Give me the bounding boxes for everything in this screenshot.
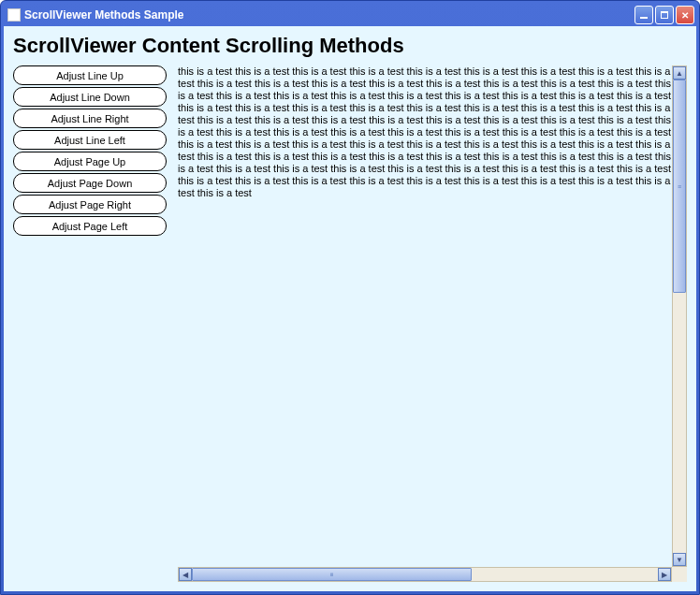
vertical-scroll-track[interactable] <box>673 80 686 553</box>
scroll-content: this is a test this is a test this is a … <box>178 65 672 567</box>
scroll-down-button[interactable]: ▼ <box>673 553 686 566</box>
scroll-corner <box>672 567 687 582</box>
horizontal-scroll-thumb[interactable] <box>192 568 472 581</box>
maximize-icon <box>661 11 668 19</box>
adjust-line-right-button[interactable]: Adjust Line Right <box>13 109 167 128</box>
minimize-icon <box>640 17 648 19</box>
titlebar[interactable]: ScrollViewer Methods Sample <box>4 4 696 26</box>
horizontal-scrollbar[interactable]: ◀ ▶ <box>178 567 672 582</box>
adjust-page-up-button[interactable]: Adjust Page Up <box>13 152 167 171</box>
maximize-button[interactable] <box>655 6 674 24</box>
adjust-line-left-button[interactable]: Adjust Line Left <box>13 130 167 150</box>
page-title: ScrollViewer Content Scrolling Methods <box>13 34 687 58</box>
adjust-page-right-button[interactable]: Adjust Page Right <box>13 195 167 214</box>
minimize-button[interactable] <box>634 6 653 24</box>
scroll-left-button[interactable]: ◀ <box>179 568 192 581</box>
window-title: ScrollViewer Methods Sample <box>24 8 634 22</box>
window: ScrollViewer Methods Sample ScrollViewer… <box>0 0 700 595</box>
scroll-viewer: this is a test this is a test this is a … <box>178 65 687 582</box>
horizontal-scroll-track[interactable] <box>192 568 658 581</box>
adjust-page-left-button[interactable]: Adjust Page Left <box>13 216 167 236</box>
app-icon <box>7 8 21 22</box>
scroll-right-button[interactable]: ▶ <box>658 568 671 581</box>
button-panel: Adjust Line Up Adjust Line Down Adjust L… <box>13 65 167 582</box>
content-row: Adjust Line Up Adjust Line Down Adjust L… <box>13 65 687 582</box>
scroll-up-button[interactable]: ▲ <box>673 66 686 80</box>
client-area: ScrollViewer Content Scrolling Methods A… <box>4 26 696 591</box>
vertical-scrollbar[interactable]: ▲ ▼ <box>672 65 687 567</box>
vertical-scroll-thumb[interactable] <box>673 80 686 293</box>
adjust-line-down-button[interactable]: Adjust Line Down <box>13 87 167 107</box>
close-icon <box>681 10 689 21</box>
adjust-page-down-button[interactable]: Adjust Page Down <box>13 173 167 193</box>
adjust-line-up-button[interactable]: Adjust Line Up <box>13 65 167 85</box>
close-button[interactable] <box>676 6 694 24</box>
window-controls <box>634 6 694 24</box>
